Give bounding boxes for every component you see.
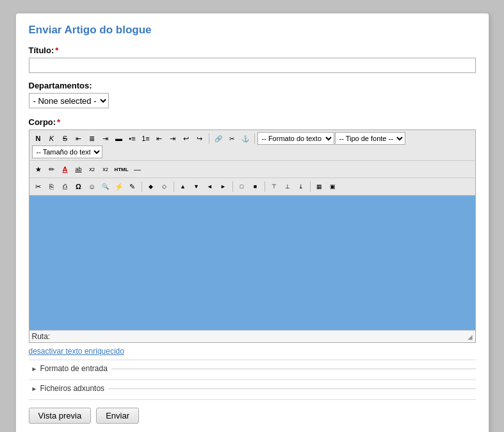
- unlink-button[interactable]: ✂: [225, 132, 238, 145]
- cell-align-bottom-button[interactable]: ⤓: [295, 180, 307, 193]
- table-props-button[interactable]: ◇: [158, 180, 171, 193]
- format-section: ► Formato de entrada: [29, 360, 476, 376]
- corpo-required: *: [57, 117, 60, 127]
- toolbar-sep-3: [142, 181, 142, 192]
- eraser-button[interactable]: ✏: [45, 163, 58, 176]
- subscript-button[interactable]: x2: [99, 163, 112, 176]
- departamentos-select[interactable]: - None selected -: [29, 93, 109, 108]
- font-type-select[interactable]: -- Tipo de fonte --: [335, 132, 405, 145]
- files-section-line: [108, 388, 475, 389]
- bold-button[interactable]: N: [32, 132, 45, 145]
- row-before-button[interactable]: ▲: [177, 180, 190, 193]
- anchor-button[interactable]: ⚓: [239, 132, 252, 145]
- departamentos-label: Departamentos:: [29, 81, 476, 90]
- corpo-label: Corpo:*: [29, 117, 476, 127]
- ruta-label: Ruta:: [32, 332, 51, 341]
- italic-button[interactable]: K: [45, 132, 58, 145]
- indent-increase-button[interactable]: ⇥: [167, 132, 179, 145]
- paste-button[interactable]: ⎙: [59, 180, 72, 193]
- files-section: ► Ficheiros adxuntos: [29, 379, 476, 395]
- submit-button[interactable]: Enviar: [96, 408, 139, 424]
- files-section-header[interactable]: ► Ficheiros adxuntos: [29, 380, 476, 395]
- cut-button[interactable]: ✂: [32, 180, 45, 193]
- align-center-button[interactable]: ≣: [86, 132, 99, 145]
- search-button[interactable]: 🔍: [99, 180, 112, 193]
- titulo-required: *: [55, 46, 58, 55]
- copy-button[interactable]: ⎘: [45, 180, 58, 193]
- bg-color-button[interactable]: ab: [72, 163, 85, 176]
- toolbar-row-1: N K S ⇤ ≣ ⇥ ▬ •≡ 1≡ ⇤ ⇥ ↩ ↪ 🔗 ✂ ⚓ -- For…: [29, 130, 475, 161]
- page-title: Enviar Artigo do blogue: [29, 24, 476, 37]
- table3-button[interactable]: ▣: [327, 180, 339, 193]
- toolbar-sep-5: [232, 181, 233, 192]
- indent-decrease-button[interactable]: ⇤: [153, 132, 166, 145]
- col-after-button[interactable]: ►: [217, 180, 230, 193]
- undo-button[interactable]: ↩: [180, 132, 193, 145]
- format-section-label: Formato de entrada: [40, 364, 107, 373]
- cell-split-button[interactable]: ■: [249, 180, 262, 193]
- ruta-bar: Ruta: ◢: [29, 330, 475, 342]
- actions-row: Vista previa Enviar: [29, 399, 476, 424]
- titulo-input[interactable]: [29, 58, 476, 73]
- format-section-header[interactable]: ► Formato de entrada: [29, 360, 476, 376]
- resize-handle[interactable]: ◢: [467, 333, 473, 340]
- departamentos-wrapper: - None selected -: [29, 93, 476, 108]
- list-ordered-button[interactable]: 1≡: [140, 132, 152, 145]
- cell-align-top-button[interactable]: ⊤: [268, 180, 280, 193]
- cell-align-middle-button[interactable]: ⊥: [281, 180, 294, 193]
- strikethrough-button[interactable]: S: [59, 132, 72, 145]
- font-size-select[interactable]: -- Tamaño do texto --: [32, 145, 102, 158]
- titulo-label: Título:*: [29, 46, 476, 55]
- row-after-button[interactable]: ▼: [190, 180, 203, 193]
- hr-button[interactable]: —: [131, 163, 144, 176]
- table-insert-button[interactable]: ◆: [145, 180, 158, 193]
- toolbar-sep-7: [310, 181, 311, 192]
- toolbar-row-2: ★ ✏ A ab x2 x2 HTML —: [29, 161, 475, 178]
- toolbar-sep-4: [174, 181, 174, 192]
- form-container: Enviar Artigo do blogue Título:* Departa…: [15, 13, 489, 432]
- smiley-button[interactable]: ☺: [86, 180, 99, 193]
- toolbar-sep-6: [264, 181, 265, 192]
- disable-rich-text-link[interactable]: desactivar texto enriquecido: [29, 347, 476, 356]
- preview-button[interactable]: Vista previa: [29, 408, 92, 424]
- format-section-line: [111, 369, 476, 369]
- col-before-button[interactable]: ◄: [204, 180, 216, 193]
- align-justify-button[interactable]: ▬: [113, 132, 126, 145]
- link-button[interactable]: 🔗: [212, 132, 225, 145]
- toolbar-row-3: ✂ ⎘ ⎙ Ω ☺ 🔍 ⚡ ✎ ◆ ◇ ▲ ▼ ◄ ► □ ■ ⊤ ⊥ ⤓ ▦ …: [29, 178, 475, 195]
- edit-source-button[interactable]: ✎: [126, 180, 139, 193]
- font-color-button[interactable]: A: [59, 163, 72, 176]
- superscript-button[interactable]: x2: [86, 163, 99, 176]
- align-right-button[interactable]: ⇥: [99, 132, 112, 145]
- cell-merge-button[interactable]: □: [236, 180, 248, 193]
- html-button[interactable]: HTML: [113, 163, 131, 176]
- special-char-button[interactable]: Ω: [72, 180, 85, 193]
- toolbar-sep-1: [209, 133, 209, 144]
- style-button[interactable]: ★: [32, 163, 45, 176]
- format-arrow-icon: ►: [31, 365, 38, 372]
- table2-button[interactable]: ▦: [313, 180, 326, 193]
- files-arrow-icon: ►: [31, 385, 38, 392]
- list-unordered-button[interactable]: •≡: [126, 132, 139, 145]
- align-left-button[interactable]: ⇤: [72, 132, 85, 145]
- editor-wrapper: N K S ⇤ ≣ ⇥ ▬ •≡ 1≡ ⇤ ⇥ ↩ ↪ 🔗 ✂ ⚓ -- For…: [29, 129, 476, 343]
- toolbar-sep-2: [254, 133, 255, 144]
- format-text-select[interactable]: -- Formato do texto --: [257, 132, 334, 145]
- editor-content-area[interactable]: [29, 195, 475, 330]
- redo-button[interactable]: ↪: [193, 132, 206, 145]
- flash-button[interactable]: ⚡: [113, 180, 126, 193]
- files-section-label: Ficheiros adxuntos: [40, 384, 104, 393]
